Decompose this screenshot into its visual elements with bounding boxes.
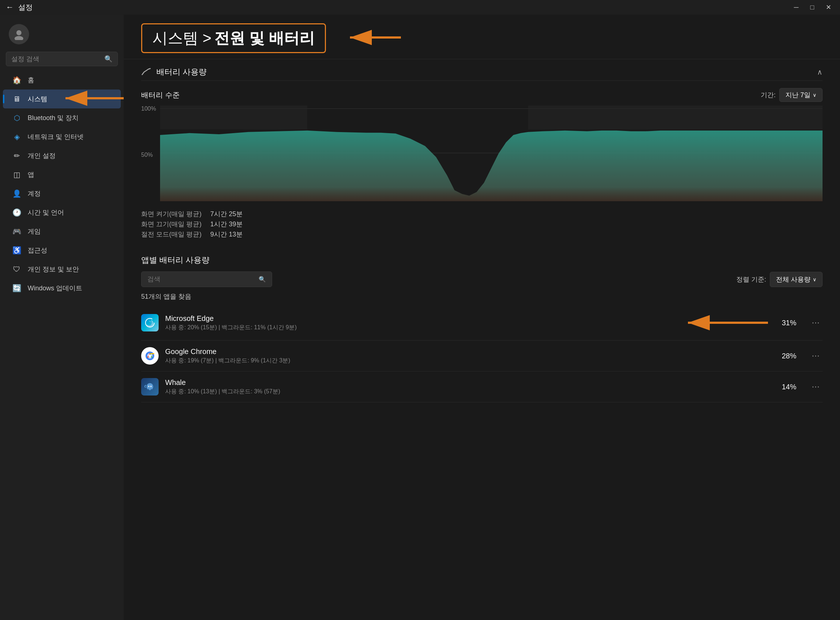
title-arrow-annotation bbox=[343, 27, 408, 50]
app-icon-whale bbox=[141, 378, 159, 396]
sidebar-item-time[interactable]: 🕐 시간 및 언어 bbox=[3, 203, 121, 222]
stat-label-2: 절전 모드(매일 평균) bbox=[141, 230, 201, 239]
sidebar-item-personalize[interactable]: ✏ 개인 설정 bbox=[3, 146, 121, 165]
accounts-icon: 👤 bbox=[12, 188, 22, 199]
app-usage-section: 앱별 배터리 사용량 🔍 정렬 기준: 전체 사용량 ∨ 51개의 앱을 bbox=[141, 247, 822, 402]
page-breadcrumb-prefix: 시스템 > bbox=[152, 28, 211, 48]
content-area: 시스템 > 전원 및 배터리 bbox=[124, 15, 840, 620]
collapse-chevron[interactable]: ∧ bbox=[817, 68, 822, 77]
app-info-chrome: Google Chrome 사용 중: 19% (7분) | 백그라운드: 9%… bbox=[165, 348, 775, 364]
settings-search-input[interactable] bbox=[11, 55, 101, 63]
sidebar-item-gaming-label: 게임 bbox=[28, 227, 41, 236]
app-search-input[interactable] bbox=[147, 275, 255, 283]
sidebar-item-bluetooth[interactable]: ⬡ Bluetooth 및 장치 bbox=[3, 108, 121, 127]
sidebar-item-time-label: 시간 및 언어 bbox=[28, 208, 64, 217]
stat-label-0: 화면 켜기(매일 평균) bbox=[141, 209, 201, 218]
sidebar-item-apps[interactable]: ◫ 앱 bbox=[3, 165, 121, 184]
sidebar-item-network-label: 네트워크 및 인터넷 bbox=[28, 132, 84, 141]
close-button[interactable]: ✕ bbox=[823, 2, 834, 13]
stat-value-1: 1시간 39분 bbox=[210, 220, 822, 229]
apps-icon: ◫ bbox=[12, 170, 22, 180]
app-search-row: 🔍 정렬 기준: 전체 사용량 ∨ bbox=[141, 271, 822, 287]
sidebar-item-privacy-label: 개인 정보 및 보안 bbox=[28, 265, 79, 274]
search-icon: 🔍 bbox=[104, 55, 113, 63]
edge-arrow-annotation bbox=[673, 312, 775, 334]
app-name-chrome: Google Chrome bbox=[165, 348, 775, 356]
period-label: 기간: bbox=[761, 90, 775, 99]
period-dropdown[interactable]: 지난 7일 ∨ bbox=[779, 88, 822, 102]
app-percentage-edge: 31% bbox=[782, 319, 796, 327]
stat-label-1: 화면 끄기(매일 평균) bbox=[141, 220, 201, 229]
app-detail-whale: 사용 중: 10% (13분) | 백그라운드: 3% (57분) bbox=[165, 388, 775, 396]
app-search-box[interactable]: 🔍 bbox=[141, 271, 272, 287]
app-percentage-whale: 14% bbox=[782, 383, 796, 391]
battery-usage-section-header: 배터리 사용량 ∧ bbox=[141, 59, 822, 81]
accessibility-icon: ♿ bbox=[12, 245, 22, 256]
personalize-icon: ✏ bbox=[12, 150, 22, 161]
app-detail-edge: 사용 중: 20% (15분) | 백그라운드: 11% (1시간 9분) bbox=[165, 324, 667, 331]
sidebar-item-personalize-label: 개인 설정 bbox=[28, 151, 56, 160]
chevron-down-icon: ∨ bbox=[813, 92, 816, 98]
bluetooth-icon: ⬡ bbox=[12, 113, 22, 123]
app-percentage-chrome: 28% bbox=[782, 352, 796, 360]
svg-point-11 bbox=[149, 354, 151, 357]
sidebar-item-home-label: 홈 bbox=[28, 76, 34, 84]
sidebar-item-system-label: 시스템 bbox=[28, 95, 47, 103]
sidebar-item-privacy[interactable]: 🛡 개인 정보 및 보안 bbox=[3, 260, 121, 279]
settings-search-box[interactable]: 🔍 bbox=[6, 52, 118, 66]
svg-point-13 bbox=[150, 386, 152, 387]
sidebar-item-accessibility[interactable]: ♿ 접근성 bbox=[3, 241, 121, 260]
app-more-edge[interactable]: ⋯ bbox=[809, 316, 822, 329]
sort-label: 정렬 기준: bbox=[736, 275, 766, 284]
sort-value: 전체 사용량 bbox=[776, 275, 810, 284]
svg-point-12 bbox=[149, 386, 150, 387]
main-layout: 🔍 🏠 홈 🖥 시스템 ⬡ Bluetooth 및 장치 ◈ 네트워크 및 인터… bbox=[0, 15, 840, 620]
sidebar-item-accounts-label: 계정 bbox=[28, 189, 41, 198]
app-more-chrome[interactable]: ⋯ bbox=[809, 350, 822, 362]
sidebar-item-bluetooth-label: Bluetooth 및 장치 bbox=[28, 113, 78, 122]
sidebar-item-update-label: Windows 업데이트 bbox=[28, 284, 82, 292]
titlebar: ← 설정 ─ □ ✕ bbox=[0, 0, 840, 15]
svg-rect-5 bbox=[528, 105, 822, 129]
privacy-icon: 🛡 bbox=[12, 264, 22, 274]
sort-chevron-icon: ∨ bbox=[813, 277, 816, 282]
battery-area-chart bbox=[160, 105, 822, 201]
list-item: Whale 사용 중: 10% (13분) | 백그라운드: 3% (57분) … bbox=[141, 372, 822, 402]
app-info-whale: Whale 사용 중: 10% (13분) | 백그라운드: 3% (57분) bbox=[165, 378, 775, 396]
profile-section bbox=[0, 18, 124, 52]
sidebar-item-apps-label: 앱 bbox=[28, 170, 34, 179]
chart-icon bbox=[141, 67, 151, 77]
main-section: 배터리 사용량 ∧ 배터리 수준 기간: 지난 7일 ∨ 100% 50% bbox=[124, 59, 840, 402]
sidebar-item-gaming[interactable]: 🎮 게임 bbox=[3, 222, 121, 241]
system-icon: 🖥 bbox=[12, 94, 22, 104]
sidebar-item-network[interactable]: ◈ 네트워크 및 인터넷 bbox=[3, 127, 121, 146]
svg-point-1 bbox=[15, 36, 23, 40]
stat-value-2: 9시간 13분 bbox=[210, 230, 822, 239]
battery-usage-title: 배터리 사용량 bbox=[141, 66, 207, 77]
app-search-icon: 🔍 bbox=[258, 276, 266, 283]
home-icon: 🏠 bbox=[12, 75, 22, 85]
app-more-whale[interactable]: ⋯ bbox=[809, 381, 822, 393]
minimize-button[interactable]: ─ bbox=[791, 2, 801, 13]
page-header: 시스템 > 전원 및 배터리 bbox=[124, 15, 840, 59]
sidebar-item-home[interactable]: 🏠 홈 bbox=[3, 71, 121, 89]
sidebar-item-update[interactable]: 🔄 Windows 업데이트 bbox=[3, 279, 121, 298]
svg-rect-4 bbox=[160, 105, 307, 129]
gaming-icon: 🎮 bbox=[12, 226, 22, 236]
back-button[interactable]: ← bbox=[6, 3, 14, 12]
app-icon-edge bbox=[141, 314, 159, 331]
app-detail-chrome: 사용 중: 19% (7분) | 백그라운드: 9% (1시간 3분) bbox=[165, 357, 775, 364]
page-title: 전원 및 배터리 bbox=[214, 28, 314, 48]
app-name-edge: Microsoft Edge bbox=[165, 315, 667, 323]
app-usage-title: 앱별 배터리 사용량 bbox=[141, 247, 822, 271]
app-icon-chrome bbox=[141, 347, 159, 364]
network-icon: ◈ bbox=[12, 132, 22, 142]
window-title: 설정 bbox=[18, 3, 33, 12]
maximize-button[interactable]: □ bbox=[807, 2, 817, 13]
battery-level-header: 배터리 수준 기간: 지난 7일 ∨ bbox=[141, 81, 822, 105]
sidebar-item-system[interactable]: 🖥 시스템 bbox=[3, 89, 121, 108]
list-item: Microsoft Edge 사용 중: 20% (15분) | 백그라운드: … bbox=[141, 305, 822, 340]
sidebar-item-accounts[interactable]: 👤 계정 bbox=[3, 184, 121, 203]
sort-dropdown[interactable]: 전체 사용량 ∨ bbox=[770, 272, 822, 287]
period-value: 지난 7일 bbox=[786, 90, 810, 99]
